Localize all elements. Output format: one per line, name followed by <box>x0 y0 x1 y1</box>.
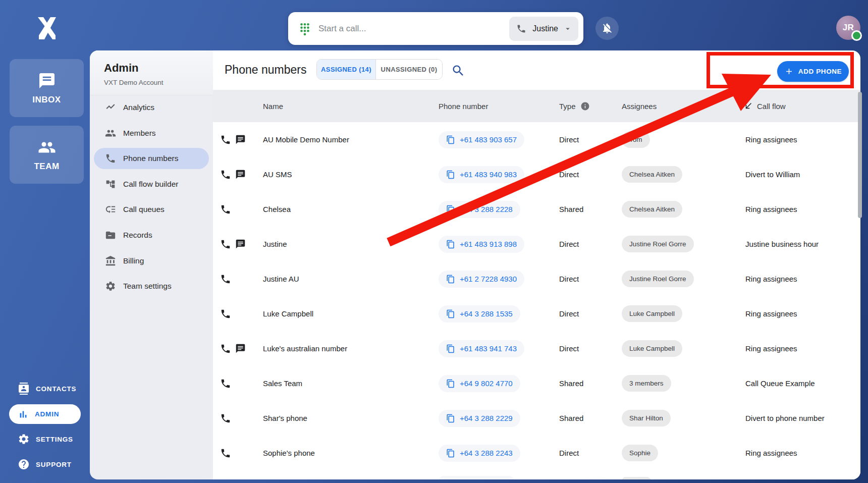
phone-number-chip[interactable]: +61 483 903 657 <box>439 131 524 148</box>
tab-assigned[interactable]: ASSIGNED (14) <box>317 60 376 79</box>
copy-icon <box>446 449 455 458</box>
team-settings-icon <box>105 281 116 292</box>
admin-nav-item-call-queues[interactable]: Call queues <box>94 199 209 220</box>
phone-icon <box>220 366 231 401</box>
table-row[interactable]: AU Mobile Demo Number +61 483 903 657 Di… <box>213 122 860 157</box>
sidebar-item-label: CONTACTS <box>36 385 76 393</box>
phone-number: +61 2 7228 4930 <box>460 275 517 283</box>
phone-number-chip[interactable]: +64 3 288 2228 <box>439 201 520 218</box>
phone-icon <box>220 261 231 296</box>
notifications-muted-button[interactable] <box>595 17 619 40</box>
sidebar-item-settings[interactable]: SETTINGS <box>0 431 90 448</box>
phone-number-chip[interactable]: +64 3 288 2243 <box>439 445 520 462</box>
phone-number-chip[interactable]: +61 483 940 983 <box>439 166 524 183</box>
add-phone-button[interactable]: ADD PHONE <box>777 61 849 82</box>
phone-icon <box>220 401 231 436</box>
row-call-flow: Divert to phone number <box>745 401 825 436</box>
assignee-chip[interactable]: 3 members <box>622 375 671 392</box>
sidebar-item-contacts[interactable]: CONTACTS <box>0 380 90 397</box>
admin-nav-item-records[interactable]: Records <box>94 225 209 246</box>
admin-nav-item-phone-numbers[interactable]: Phone numbers <box>94 148 209 169</box>
assignee-chip[interactable]: Luke Campbell <box>622 305 682 322</box>
sidebar-item-admin[interactable]: ADMIN <box>9 404 81 424</box>
phone-icon <box>220 157 231 192</box>
admin-nav-item-members[interactable]: Members <box>94 123 209 144</box>
phone-number-chip[interactable]: +64 3 288 1535 <box>439 305 520 323</box>
row-type: Direct <box>559 296 579 331</box>
phone-number-chip[interactable]: +61 483 913 898 <box>439 236 524 253</box>
assignee-chip[interactable]: Shar Hilton <box>622 410 671 426</box>
assignee-chip[interactable]: Chelsea Aitken <box>622 166 682 183</box>
sidebar-item-label: SUPPORT <box>36 461 72 468</box>
table-row-partial <box>213 470 860 479</box>
column-header-name: Name <box>263 90 283 122</box>
row-name: Justine <box>263 227 287 261</box>
sidebar-item-team[interactable]: TEAM <box>10 126 84 184</box>
tab-unassigned[interactable]: UNASSIGNED (0) <box>376 60 442 79</box>
type-info-icon[interactable] <box>580 90 590 122</box>
row-call-flow: Call Queue Example <box>745 366 815 401</box>
contacts-icon <box>18 383 30 395</box>
table-row[interactable]: Justine +61 483 913 898 Direct Justine R… <box>213 227 860 262</box>
phone-number: +61 483 941 743 <box>460 344 517 353</box>
call-flow-sort-icon[interactable] <box>744 90 753 122</box>
table-header: Name Phone number Type Assignees Call fl… <box>213 90 860 122</box>
admin-nav-item-label: Phone numbers <box>123 154 178 163</box>
table-row[interactable]: Sophie's phone +64 3 288 2243 Direct Sop… <box>213 436 860 471</box>
table-row[interactable]: Luke's australian number +61 483 941 743… <box>213 331 860 366</box>
admin-nav-item-billing[interactable]: Billing <box>94 250 209 272</box>
table-row[interactable]: Justine AU +61 2 7228 4930 Direct Justin… <box>213 261 860 297</box>
assignee-chip[interactable]: Justine Roel Gorre <box>622 271 694 287</box>
vertical-scrollbar[interactable] <box>858 92 862 218</box>
copy-icon <box>446 135 455 144</box>
admin-nav-panel: Admin VXT Demo Account Analytics Members… <box>90 50 213 479</box>
row-assignees: Chelsea Aitken <box>622 157 682 192</box>
row-type: Shared <box>559 366 583 401</box>
phone-number: +61 483 940 983 <box>460 170 517 179</box>
phone-number: +61 483 903 657 <box>460 135 517 144</box>
analytics-icon <box>105 102 116 113</box>
copy-icon <box>446 344 455 353</box>
caller-line-selector[interactable]: Justine <box>509 17 578 41</box>
table-row[interactable]: Luke Campbell +64 3 288 1535 Direct Luke… <box>213 296 860 332</box>
admin-nav-item-call-flow-builder[interactable]: Call flow builder <box>94 174 209 195</box>
phone-number: +64 3 288 2228 <box>460 205 513 213</box>
admin-nav-header: Admin VXT Demo Account <box>90 50 213 95</box>
admin-nav-item-analytics[interactable]: Analytics <box>94 97 209 118</box>
phone-number-chip[interactable]: +61 483 941 743 <box>439 340 524 357</box>
page-title: Phone numbers <box>225 63 306 77</box>
table-row[interactable]: Chelsea +64 3 288 2228 Shared Chelsea Ai… <box>213 192 860 227</box>
search-button[interactable] <box>451 64 465 78</box>
start-call-bar[interactable]: Start a call... Justine <box>288 12 583 45</box>
assignee-chip[interactable]: Luke Campbell <box>622 340 682 357</box>
row-name: Luke's australian number <box>263 331 347 366</box>
row-name: Shar's phone <box>263 401 307 436</box>
sms-icon <box>235 157 246 192</box>
assignee-chip[interactable]: Tom <box>622 131 650 148</box>
admin-nav-item-label: Members <box>123 129 156 138</box>
phone-number-chip[interactable]: +64 3 288 2229 <box>439 410 520 427</box>
admin-nav-subtitle: VXT Demo Account <box>104 79 164 86</box>
start-call-placeholder[interactable]: Start a call... <box>318 24 509 34</box>
assignee-chip[interactable]: Sophie <box>622 445 658 461</box>
row-name: Justine AU <box>263 261 299 296</box>
plus-icon <box>784 67 794 76</box>
logo-x <box>34 15 60 41</box>
sidebar-item-inbox[interactable]: INBOX <box>10 59 84 117</box>
assignee-chip[interactable]: Chelsea Aitken <box>622 201 682 218</box>
phone-number-chip[interactable]: +64 9 802 4770 <box>439 375 520 392</box>
admin-icon <box>18 409 29 420</box>
assignment-tabs: ASSIGNED (14) UNASSIGNED (0) <box>316 59 443 80</box>
copy-icon <box>446 275 455 284</box>
copy-icon <box>446 240 455 249</box>
admin-nav-item-team-settings[interactable]: Team settings <box>94 276 209 297</box>
table-row[interactable]: AU SMS +61 483 940 983 Direct Chelsea Ai… <box>213 157 860 192</box>
phone-icon <box>220 192 231 227</box>
row-assignees: Tom <box>622 122 650 157</box>
assignee-chip[interactable]: Justine Roel Gorre <box>622 236 694 252</box>
table-row[interactable]: Sales Team +64 9 802 4770 Shared 3 membe… <box>213 366 860 401</box>
avatar[interactable]: JR <box>836 16 860 40</box>
phone-number-chip[interactable]: +61 2 7228 4930 <box>439 271 524 288</box>
sidebar-item-support[interactable]: SUPPORT <box>0 456 90 473</box>
table-row[interactable]: Shar's phone +64 3 288 2229 Shared Shar … <box>213 401 860 436</box>
